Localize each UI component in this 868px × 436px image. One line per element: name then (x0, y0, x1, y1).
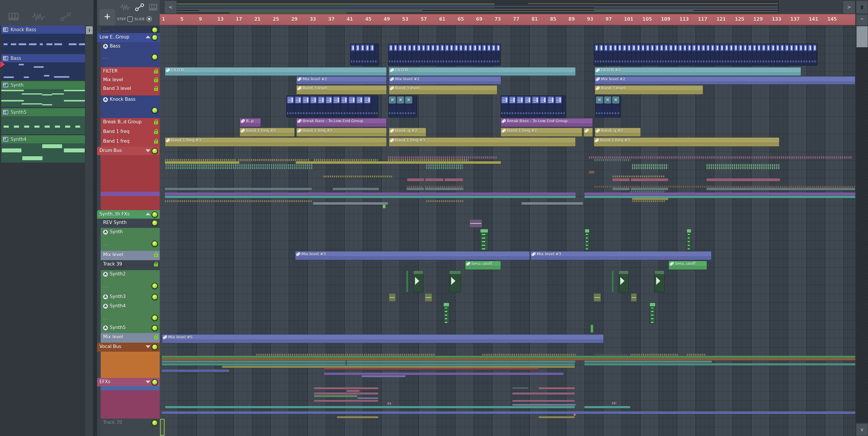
pattern-clip-cell[interactable] (636, 44, 641, 65)
pattern-clip-cell[interactable] (364, 96, 371, 117)
pattern-clip-group[interactable] (350, 44, 379, 66)
pattern-clip-cell[interactable] (365, 44, 370, 65)
collapsed-clip-strip[interactable] (521, 202, 583, 205)
pattern-clip-cell[interactable] (608, 44, 613, 65)
track-row-track-39[interactable]: Track 39 (101, 260, 160, 270)
pattern-clip-cell[interactable] (683, 44, 687, 65)
playlist-clip-seru-utoff[interactable]: Seru..utoff (465, 261, 501, 270)
automation-link-icon[interactable] (60, 12, 71, 21)
pattern-preview[interactable] (1, 62, 85, 80)
track-row-mix-level[interactable]: Mix level (101, 251, 160, 260)
collapsed-clip-strip[interactable] (165, 196, 576, 198)
pattern-clip-cell[interactable] (757, 44, 761, 65)
track-led[interactable] (152, 107, 158, 113)
pattern-clip-cell[interactable] (706, 44, 710, 65)
collapse-arrow-icon[interactable] (146, 212, 150, 215)
playlist-clip-band-1-freq-2[interactable]: Band 1 freq #2 (296, 128, 387, 137)
track-led[interactable] (152, 54, 158, 60)
collapsed-clip-strip[interactable] (162, 363, 346, 366)
pattern-item-knock-bass[interactable]: Knock Bass (1, 26, 85, 34)
playlist-clip-b-p[interactable]: B..p (240, 118, 261, 127)
pattern-clip-cell[interactable] (627, 44, 631, 65)
collapsed-clip-strip[interactable] (314, 400, 378, 402)
collapse-arrow-icon[interactable] (146, 149, 150, 152)
pattern-clip-cell[interactable] (348, 96, 356, 117)
timeline-ruler[interactable]: 1591317212529333741454953576165697377818… (160, 14, 855, 26)
collapsed-clip-strip[interactable] (162, 361, 346, 363)
collapsed-clip-strip[interactable] (631, 191, 665, 192)
mini-clip-pat-green[interactable] (687, 229, 691, 250)
pattern-clip-cell[interactable] (302, 96, 310, 117)
mini-clip-pat-green[interactable] (585, 229, 590, 250)
collapsed-clip-strip[interactable] (426, 164, 463, 167)
collapse-arrow-icon[interactable] (146, 380, 150, 383)
collapsed-clip-strip[interactable] (584, 196, 855, 198)
pattern-clip-cell[interactable] (407, 44, 412, 65)
collapsed-clip-strip[interactable] (589, 156, 852, 159)
pattern-clip-cell[interactable] (350, 44, 355, 65)
collapsed-clip-strip[interactable] (165, 406, 575, 408)
track-led[interactable] (152, 34, 158, 41)
pattern-clip-cell[interactable] (599, 44, 603, 65)
playlist-clip-seru-utoff[interactable]: Seru..utoff (669, 261, 707, 270)
collapsed-clip-strip[interactable] (631, 188, 668, 190)
pattern-item-synth[interactable]: Synth (1, 81, 85, 89)
track-led[interactable] (152, 344, 158, 350)
track-row-rev-synth[interactable]: REV Synth (101, 219, 160, 228)
collapsed-clip-strip[interactable] (707, 178, 780, 181)
pattern-clip-cell[interactable] (618, 44, 622, 65)
mini-clip-green-solid[interactable] (590, 325, 593, 333)
collapsed-clip-strip[interactable] (594, 354, 628, 356)
collapsed-clip-strip[interactable] (296, 161, 501, 164)
collapsed-clip-strip[interactable] (324, 373, 564, 375)
collapse-arrow-icon[interactable] (146, 36, 150, 38)
collapsed-clip-strip[interactable] (613, 188, 629, 190)
collapsed-clip-strip[interactable] (426, 167, 463, 169)
pattern-item-synth5[interactable]: Synth5 (1, 108, 85, 116)
collapsed-clip-strip[interactable] (574, 414, 576, 416)
pattern-clip-cell[interactable] (752, 44, 757, 65)
piano-icon[interactable] (8, 13, 19, 21)
collapsed-clip-strip[interactable] (584, 406, 630, 408)
pattern-clip-cell[interactable] (370, 44, 375, 65)
pattern-clip-cell[interactable] (720, 44, 724, 65)
collapsed-clip-strip[interactable] (165, 164, 313, 167)
pattern-clip-cell[interactable] (341, 96, 348, 117)
collapsed-clip-strip[interactable] (538, 416, 575, 418)
playlist-clip-mix-level-3[interactable]: Mix level #3 (295, 251, 530, 260)
pattern-clip-cell[interactable] (687, 44, 692, 65)
collapsed-clip-strip[interactable] (687, 354, 706, 356)
mini-clip-olive-mini[interactable] (593, 293, 601, 302)
track-row-low-e-group[interactable]: Low E..Group (97, 33, 160, 42)
pattern-preview[interactable] (1, 34, 85, 54)
pattern-clip-cell[interactable] (421, 44, 426, 65)
pattern-clip-cell[interactable] (539, 96, 547, 117)
track-led[interactable] (152, 379, 158, 385)
pattern-clip-group[interactable] (594, 44, 817, 66)
mini-clip-wav-green[interactable] (449, 270, 461, 292)
empty-clip-outline[interactable] (160, 419, 164, 436)
playlist-clip-break-bass-to-low-end-group[interactable]: Break Bass - To Low End Group (501, 118, 593, 127)
collapsed-clip-strip[interactable] (165, 200, 313, 202)
playlist-clip-mix-level-3[interactable]: Mix level #3 (530, 251, 712, 260)
pattern-clip-cell[interactable] (472, 44, 477, 65)
collapsed-clip-strip[interactable] (388, 156, 498, 159)
mini-clip-wav-green[interactable] (413, 270, 424, 292)
collapsed-clip-strip[interactable] (584, 193, 855, 195)
pattern-preview[interactable] (1, 89, 85, 107)
collapsed-clip-strip[interactable] (347, 363, 575, 366)
track-led[interactable] (152, 315, 158, 321)
track-row-band-3-level[interactable]: Band 3 level (101, 85, 160, 96)
collapsed-clip-strip[interactable] (425, 178, 443, 181)
pattern-clip-cell[interactable] (669, 44, 673, 65)
pattern-clip-cell[interactable] (333, 96, 341, 117)
pattern-clip-cell[interactable] (310, 96, 318, 117)
pattern-clip-cell[interactable] (317, 96, 325, 117)
track-row[interactable]: ... (101, 26, 160, 33)
playlist-clip-filter[interactable]: FILTER (165, 67, 387, 76)
track-row-synth5[interactable]: ASynth5 (101, 324, 160, 333)
collapsed-clip-strip[interactable] (632, 198, 668, 200)
collapsed-clip-strip[interactable] (222, 366, 575, 368)
pattern-clip-cell[interactable] (491, 44, 496, 65)
pattern-clip-cell[interactable] (664, 44, 669, 65)
